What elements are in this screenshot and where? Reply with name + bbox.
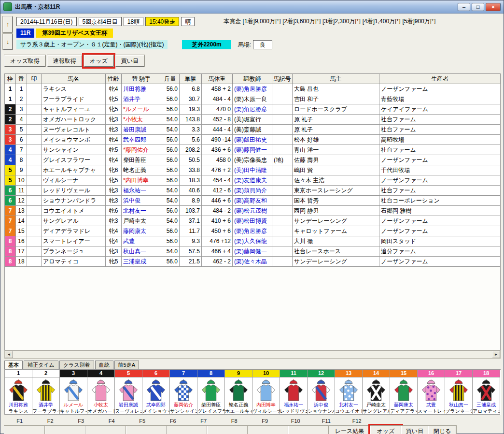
odds-button[interactable]: オッズ <box>84 55 113 67</box>
silk-number: 5 <box>115 370 142 377</box>
number-cell: 4 <box>16 115 27 125</box>
jockey-cell: 北村友一 <box>122 206 161 216</box>
maximize-button[interactable]: □ <box>472 3 484 11</box>
bottom-empty-slot[interactable] <box>85 426 126 434</box>
mark-cell <box>27 115 42 125</box>
column-header: 印 <box>27 74 42 84</box>
horse-row[interactable]: 36メイショウマンボ牝4武幸四郎56.05.6490 -14(栗)飯田祐史松本 … <box>5 135 501 145</box>
silk-cell[interactable]: 4小牧太オメガハートロック <box>87 370 115 415</box>
course-info: 芝外2200m <box>182 40 231 49</box>
silk-cell[interactable]: 16武豊スマートレイアー <box>418 370 445 415</box>
view-tab[interactable]: 血統 <box>95 361 113 369</box>
silk-horse-name: ホエールキャプチャ <box>225 408 252 414</box>
horse-row[interactable]: 713コウエイオトメ牝6北村友一56.0103.7484 - 2(栗)松元茂樹西… <box>5 206 501 216</box>
horse-row[interactable]: 47サンシャイン牝5*藤岡佑介56.0208.2436 + 6(栗)藤岡健一青山… <box>5 145 501 155</box>
horse-symbol-cell <box>272 104 293 115</box>
horse-row[interactable]: 59ホエールキャプチャ牝6蛯名正義56.033.8476 + 2(美)田中清隆嶋… <box>5 165 501 175</box>
bottom-empty-slot[interactable] <box>207 426 248 434</box>
horse-weight-cell: 444 - 4 <box>202 125 233 135</box>
silk-cell[interactable]: 7藤岡佑介サンシャイン <box>170 370 197 415</box>
number-cell: 9 <box>16 165 27 175</box>
view-tab[interactable]: 前5走A <box>114 361 139 369</box>
silk-cell[interactable]: 15藤岡康太ディアデラマドレ <box>390 370 418 415</box>
horse-row[interactable]: 816スマートレイアー牝4武豊56.09.3476 +12(栗)大久保龍大川 徹… <box>5 236 501 246</box>
scroll-right-icon[interactable]: ► <box>492 351 500 358</box>
horizontal-scrollbar[interactable]: ◄ ► <box>4 350 501 359</box>
view-tab[interactable]: 補正タイム <box>24 361 58 369</box>
race-down-button[interactable]: ↓ <box>3 34 13 50</box>
bet-selection-button[interactable]: 買い目 <box>115 55 144 67</box>
mark-cell <box>27 257 42 267</box>
jockey-cell: 岩田康誠 <box>122 125 161 135</box>
horse-row[interactable]: 817ブランネージュ牝3秋山真一54.057.5466 + 4(栗)藤岡健一社台… <box>5 246 501 257</box>
silk-cell[interactable]: 2酒井学フーラブライド <box>32 370 60 415</box>
horse-row[interactable]: 12フーラブライド牝5酒井学56.030.7484 - 4(栗)木原一良吉田 和… <box>5 94 501 104</box>
horse-row[interactable]: 611レッドリヴェール牝3福永祐一54.040.6412 - 6(栗)須貝尚介東… <box>5 186 501 196</box>
sex-age-cell: 牝3 <box>106 196 122 206</box>
silk-jockey-name: 福永祐一 <box>280 402 307 408</box>
silk-cell[interactable]: 13北村友一コウエイオトメ <box>335 370 363 415</box>
silk-cell[interactable]: 11福永祐一レッドリヴェール <box>280 370 308 415</box>
silk-jockey-name: 武豊 <box>418 402 445 408</box>
horse-row[interactable]: 48グレイスフラワー牝4柴田善臣56.050.5458 0(美)宗像義忠(地)佐… <box>5 155 501 165</box>
race-up-button[interactable]: ↑ <box>3 16 13 32</box>
meeting-info: 5回京都4日目 <box>79 17 122 26</box>
scroll-left-icon[interactable]: ◄ <box>5 351 13 358</box>
bottom-empty-slot[interactable] <box>45 426 85 434</box>
jockey-cell: 武豊 <box>122 236 161 246</box>
owner-cell: 大島 昌也 <box>293 84 379 94</box>
view-tab[interactable]: 基本 <box>4 361 23 369</box>
frame-cell: 8 <box>5 236 16 246</box>
win-odds-cell: 208.2 <box>180 145 202 155</box>
fkey-label: F11 <box>311 418 342 424</box>
mark-cell <box>27 135 42 145</box>
silk-cell[interactable]: 1川田将雅ラキシス <box>5 370 32 415</box>
silk-cell[interactable]: 9蛯名正義ホエールキャプチャ <box>225 370 252 415</box>
minimize-button[interactable]: – <box>458 3 470 11</box>
breeder-cell: 社台ファーム <box>379 186 501 196</box>
breeder-cell: ノーザンファーム <box>379 257 501 267</box>
bet-selection-button[interactable]: 買い目 <box>401 426 428 434</box>
odds-fetch-button[interactable]: オッズ取得 <box>4 55 45 67</box>
number-cell: 7 <box>16 145 27 155</box>
horse-row[interactable]: 612ショウナンパンドラ牝3浜中俊54.08.9446 + 6(栗)高野友和国本… <box>5 196 501 206</box>
horse-row[interactable]: 24オメガハートロック牝3*小牧太54.0143.8452 - 8(美)堀宣行原… <box>5 115 501 125</box>
horse-row[interactable]: 11ラキシス牝4川田将雅56.06.8458 + 2(栗)角居勝彦大島 昌也ノー… <box>5 84 501 94</box>
bottom-empty-slot[interactable] <box>248 426 288 434</box>
jockey-silk-icon <box>225 377 252 402</box>
bottom-empty-slot[interactable] <box>126 426 167 434</box>
silk-cell[interactable]: 5岩田康誠ヌーヴォレコルト <box>115 370 142 415</box>
silk-cell[interactable]: 12浜中俊ショウナンパンドラ <box>308 370 335 415</box>
horse-row[interactable]: 818アロマティコ牝5三浦皇成56.021.5462 - 2(栗)佐々木晶サンデ… <box>5 257 501 267</box>
view-tab[interactable]: クラス別着 <box>59 361 94 369</box>
close-button[interactable]: 閉じる <box>428 426 456 434</box>
trainer-cell: (栗)角居勝彦 <box>233 226 272 236</box>
silk-cell[interactable]: 14戸崎圭太サングレアル <box>363 370 390 415</box>
owner-cell: 佐々木 主浩 <box>293 175 379 186</box>
silk-number: 10 <box>252 370 280 377</box>
horse-row[interactable]: 510ヴィルシーナ牝5*内田博幸56.018.3454 - 4(栗)友道康夫佐々… <box>5 175 501 186</box>
horse-row[interactable]: 35ヌーヴォレコルト牝3岩田康誠54.03.3444 - 4(美)斎藤誠原 礼子… <box>5 125 501 135</box>
horse-row[interactable]: 23キャトルフィーユ牝5*ルメール56.019.3470 0(栗)角居勝彦ロード… <box>5 104 501 115</box>
odds-button[interactable]: オッズ <box>370 426 401 434</box>
silk-cell[interactable]: 18三浦皇成アロマティコ <box>473 370 500 415</box>
horse-name-cell: コウエイオトメ <box>42 206 106 216</box>
silk-cell[interactable]: 8柴田善臣グレイスフラワー <box>197 370 225 415</box>
jockey-silk-icon <box>60 377 87 402</box>
silk-cell[interactable]: 3ルメールキャトルフィーユ <box>60 370 87 415</box>
silk-cell[interactable]: 6武幸四郎メイショウマンボ <box>142 370 170 415</box>
horse-row[interactable]: 714サングレアル牝3戸崎圭太54.037.1410 + 6(栗)松田博資サンデ… <box>5 216 501 226</box>
carried-weight-cell: 56.0 <box>161 84 180 94</box>
bottom-empty-slot[interactable] <box>4 426 45 434</box>
silk-cell[interactable]: 10内田博幸ヴィルシーナ <box>252 370 280 415</box>
horse-row[interactable]: 715ディアデラマドレ牝4藤岡康太56.011.7450 + 6(栗)角居勝彦キ… <box>5 226 501 236</box>
frame-cell: 2 <box>5 115 16 125</box>
close-icon[interactable]: × <box>486 3 501 11</box>
quick-report-button[interactable]: 速報取得 <box>47 55 82 67</box>
win-odds-cell: 9.3 <box>180 236 202 246</box>
bottom-empty-slot[interactable] <box>288 426 329 434</box>
race-result-button[interactable]: レース結果 <box>329 426 370 434</box>
bottom-empty-slot[interactable] <box>167 426 207 434</box>
silk-cell[interactable]: 17秋山真一ブランネージュ <box>445 370 473 415</box>
scrollbar-track[interactable] <box>13 351 492 358</box>
